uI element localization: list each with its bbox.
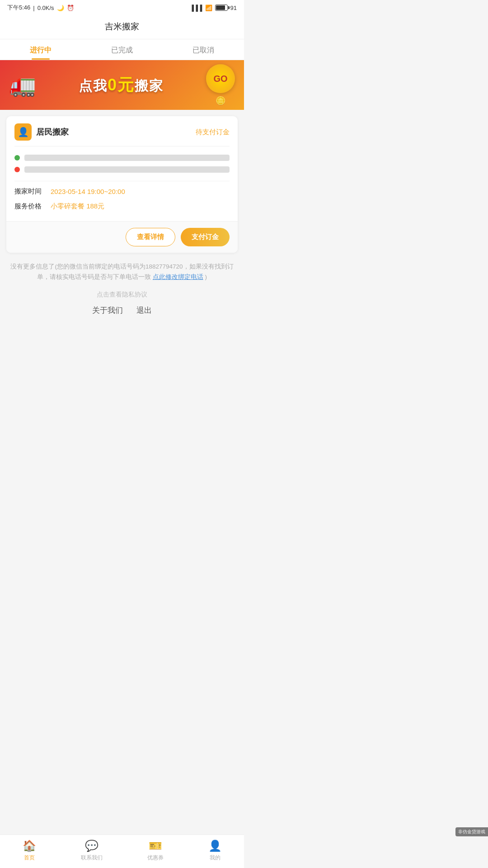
tab-bar: 进行中 已完成 已取消 [0, 39, 244, 60]
moon-icon: 🌙 [57, 5, 64, 11]
alarm-icon: ⏰ [67, 5, 74, 11]
order-type-icon: 👤 [14, 123, 32, 141]
move-time-row: 搬家时间 2023-05-14 19:00~20:00 [14, 184, 230, 199]
delivery-dot [14, 167, 20, 172]
pay-deposit-button[interactable]: 支付订金 [181, 228, 230, 246]
notice-suffix: ) [205, 274, 207, 280]
status-left: 下午5:46 | 0.0K/s 🌙 ⏰ [7, 4, 74, 12]
battery-icon [215, 5, 228, 11]
order-title-group: 👤 居民搬家 [14, 123, 69, 141]
banner-zero: 0元 [108, 75, 135, 94]
time: 下午5:46 [7, 4, 30, 12]
go-label: GO [213, 74, 227, 84]
header-title: 吉米搬家 [105, 22, 139, 31]
status-right: ▐▐▐ 📶 91 [190, 5, 237, 11]
tab-cancelled-label: 已取消 [192, 46, 214, 54]
coins-icon: 🪙 [216, 96, 225, 106]
order-status-badge: 待支付订金 [196, 128, 230, 137]
status-bar: 下午5:46 | 0.0K/s 🌙 ⏰ ▐▐▐ 📶 91 [0, 0, 244, 15]
notice-section: 没有更多信息了(您的微信当前绑定的电话号码为18827794720，如果没有找到… [6, 262, 238, 283]
main-content: 🚛 点我0元搬家 GO 🪙 👤 居民搬家 待支付订金 [0, 60, 244, 356]
service-price-value: 小零碎套餐 188元 [51, 202, 104, 211]
pickup-address-row [14, 152, 230, 164]
banner-suffix: 搬家 [135, 78, 164, 93]
tab-in-progress-label: 进行中 [30, 46, 52, 54]
pickup-address-bar [24, 155, 230, 161]
network-speed-value: 0.0K/s [38, 5, 54, 11]
order-card: 👤 居民搬家 待支付订金 搬家时间 2023-05-14 19:00~20: [6, 116, 238, 253]
card-footer: 查看详情 支付订金 [6, 221, 238, 253]
banner-text: 点我0元搬家 [79, 74, 164, 96]
order-title: 居民搬家 [36, 127, 69, 137]
go-button[interactable]: GO [206, 64, 235, 93]
promo-banner[interactable]: 🚛 点我0元搬家 GO 🪙 [0, 60, 244, 110]
service-price-row: 服务价格 小零碎套餐 188元 [14, 199, 230, 214]
person-icon: 👤 [18, 127, 29, 137]
address-section [6, 146, 238, 181]
order-header: 👤 居民搬家 待支付订金 [6, 116, 238, 146]
logout-link[interactable]: 退出 [136, 305, 152, 316]
tab-completed[interactable]: 已完成 [81, 39, 163, 60]
info-section: 搬家时间 2023-05-14 19:00~20:00 服务价格 小零碎套餐 1… [6, 181, 238, 221]
app-header: 吉米搬家 [0, 15, 244, 39]
battery-percent: 91 [230, 5, 237, 11]
signal-icon: ▐▐▐ [190, 5, 202, 11]
move-time-value: 2023-05-14 19:00~20:00 [51, 188, 125, 195]
delivery-address-bar [24, 166, 230, 173]
about-link[interactable]: 关于我们 [92, 305, 123, 316]
delivery-address-row [14, 164, 230, 175]
view-detail-button[interactable]: 查看详情 [126, 228, 175, 246]
move-time-label: 搬家时间 [14, 187, 51, 196]
wifi-icon: 📶 [205, 5, 212, 11]
tab-completed-label: 已完成 [111, 46, 133, 54]
banner-prefix: 点我 [79, 78, 108, 93]
privacy-link[interactable]: 点击查看隐私协议 [0, 291, 244, 299]
tab-in-progress[interactable]: 进行中 [0, 39, 81, 60]
pickup-dot [14, 155, 20, 160]
service-price-label: 服务价格 [14, 202, 51, 211]
change-phone-link[interactable]: 点此修改绑定电话 [153, 274, 203, 280]
tab-cancelled[interactable]: 已取消 [163, 39, 244, 60]
truck-icon: 🚛 [9, 72, 36, 98]
battery-fill [216, 5, 225, 10]
footer-links: 关于我们 退出 [0, 305, 244, 316]
network-speed: | [33, 5, 34, 11]
